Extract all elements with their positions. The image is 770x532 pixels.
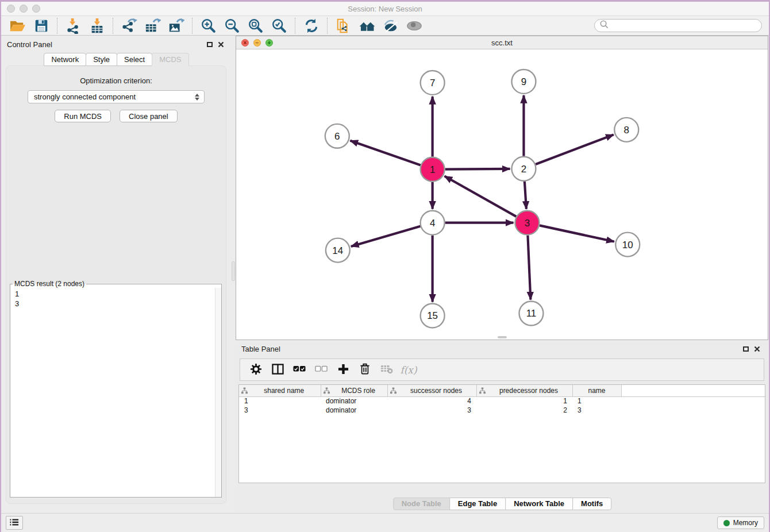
table-cell[interactable]: 3	[387, 406, 476, 415]
graph-node-4[interactable]: 4	[421, 211, 445, 235]
close-panel-button[interactable]: Close panel	[120, 110, 178, 122]
table-cell[interactable]: 1	[239, 396, 321, 406]
close-table-panel-icon[interactable]	[754, 346, 760, 352]
table-row[interactable]: 3dominator323	[239, 406, 765, 415]
trash-icon	[360, 363, 370, 376]
tab-network-table[interactable]: Network Table	[505, 498, 573, 510]
graph-edge-3-11[interactable]	[528, 236, 530, 300]
open-file-button[interactable]	[6, 17, 29, 34]
float-table-panel-icon[interactable]	[743, 346, 749, 352]
save-session-button[interactable]	[29, 17, 53, 34]
network-close-button[interactable]: ×	[241, 39, 249, 47]
home-button[interactable]	[355, 17, 379, 34]
network-canvas[interactable]: 7968124314101511	[236, 49, 768, 340]
zoom-selected-button[interactable]	[267, 17, 291, 34]
table-cell[interactable]: 1	[476, 396, 572, 406]
zoom-out-button[interactable]	[220, 17, 244, 34]
graph-node-1[interactable]: 1	[421, 157, 445, 182]
column-header[interactable]: MCDS role	[321, 385, 387, 396]
window-zoom-button[interactable]	[32, 5, 40, 13]
graph-edge-2-8[interactable]	[536, 134, 614, 164]
tab-motifs[interactable]: Motifs	[572, 498, 611, 510]
column-header[interactable]: predecessor nodes	[476, 385, 572, 396]
memory-button[interactable]: Memory	[717, 516, 764, 529]
column-header[interactable]: name	[572, 385, 621, 396]
node-table-container: shared nameMCDS rolesuccessor nodesprede…	[238, 384, 765, 483]
export-network-button[interactable]	[117, 17, 141, 34]
graph-node-2[interactable]: 2	[511, 157, 536, 181]
run-mcds-button[interactable]: Run MCDS	[55, 110, 111, 122]
graph-edge-1-6[interactable]	[350, 141, 420, 165]
tab-select[interactable]: Select	[117, 53, 152, 66]
table-cell[interactable]: 3	[239, 406, 321, 415]
tab-style[interactable]: Style	[86, 53, 117, 66]
zoom-fit-button[interactable]	[244, 17, 267, 34]
search-box[interactable]	[594, 19, 762, 32]
network-zoom-button[interactable]: +	[265, 39, 273, 47]
toolbar-separator	[192, 18, 192, 34]
table-cell-filler	[621, 396, 765, 406]
copy-style-button[interactable]	[332, 17, 355, 34]
column-header[interactable]: shared name	[239, 385, 321, 396]
table-cell[interactable]: 3	[572, 406, 621, 415]
import-network-icon	[66, 18, 82, 34]
table-cell[interactable]: dominator	[321, 396, 387, 406]
window-titlebar: Session: New Session	[1, 2, 769, 16]
delete-row-button[interactable]	[357, 361, 373, 379]
graph-node-7[interactable]: 7	[421, 71, 445, 95]
close-panel-icon[interactable]	[218, 41, 224, 48]
graph-edge-1-2[interactable]	[445, 169, 510, 169]
canvas-hscrollbar[interactable]	[498, 336, 507, 338]
float-panel-icon[interactable]	[207, 42, 213, 47]
toolbar-separator	[295, 18, 295, 34]
tab-network[interactable]: Network	[44, 53, 86, 66]
graph-node-10[interactable]: 10	[615, 233, 640, 257]
tab-mcds[interactable]: MCDS	[152, 53, 188, 66]
network-minimize-button[interactable]: −	[253, 39, 261, 47]
window-close-button[interactable]	[7, 5, 15, 13]
eye-icon	[406, 20, 422, 32]
graph-node-15[interactable]: 15	[421, 304, 445, 328]
unselect-all-button[interactable]	[313, 361, 329, 379]
refresh-button[interactable]	[299, 17, 323, 34]
table-cell[interactable]: 2	[476, 406, 572, 415]
hide-selected-button[interactable]	[379, 17, 402, 34]
show-columns-button[interactable]	[270, 361, 286, 379]
graph-node-11[interactable]: 11	[519, 302, 543, 326]
import-network-button[interactable]	[61, 17, 85, 34]
column-header[interactable]: successor nodes	[387, 385, 476, 396]
show-all-button[interactable]	[402, 17, 426, 34]
graph-node-14[interactable]: 14	[326, 238, 350, 263]
splitter-handle[interactable]	[232, 261, 235, 281]
graph-node-8[interactable]: 8	[614, 118, 638, 142]
tab-edge-table[interactable]: Edge Table	[449, 498, 506, 510]
export-table-button[interactable]	[141, 17, 164, 34]
export-image-button[interactable]	[164, 17, 188, 34]
graph-node-6[interactable]: 6	[325, 124, 349, 148]
zoom-in-button[interactable]	[197, 17, 220, 34]
svg-text:9: 9	[521, 76, 526, 87]
graph-node-9[interactable]: 9	[511, 70, 536, 94]
select-all-button[interactable]	[291, 361, 307, 379]
graph-edge-3-1[interactable]	[445, 176, 517, 217]
task-history-button[interactable]	[6, 516, 23, 530]
graph-node-3[interactable]: 3	[515, 211, 539, 235]
graph-edge-3-10[interactable]	[540, 225, 614, 241]
table-row[interactable]: 1dominator411	[239, 396, 765, 406]
panel-splitter[interactable]	[231, 36, 236, 513]
table-cell[interactable]: 1	[572, 396, 621, 406]
svg-text:10: 10	[622, 240, 633, 250]
result-scrollbar[interactable]	[215, 288, 221, 497]
add-row-button[interactable]	[335, 361, 351, 379]
table-toolbar: f(x)	[240, 358, 764, 381]
tab-node-table[interactable]: Node Table	[393, 498, 450, 510]
window-minimize-button[interactable]	[20, 5, 28, 13]
search-input[interactable]	[609, 22, 757, 30]
optimization-select[interactable]: strongly connected component	[28, 90, 205, 103]
table-cell[interactable]: dominator	[321, 406, 387, 415]
import-table-button[interactable]	[85, 17, 109, 34]
table-settings-button[interactable]	[248, 361, 264, 379]
table-cell[interactable]: 4	[387, 396, 476, 406]
graph-edge-4-14[interactable]	[351, 226, 421, 246]
graph-edge-2-3[interactable]	[525, 182, 526, 209]
